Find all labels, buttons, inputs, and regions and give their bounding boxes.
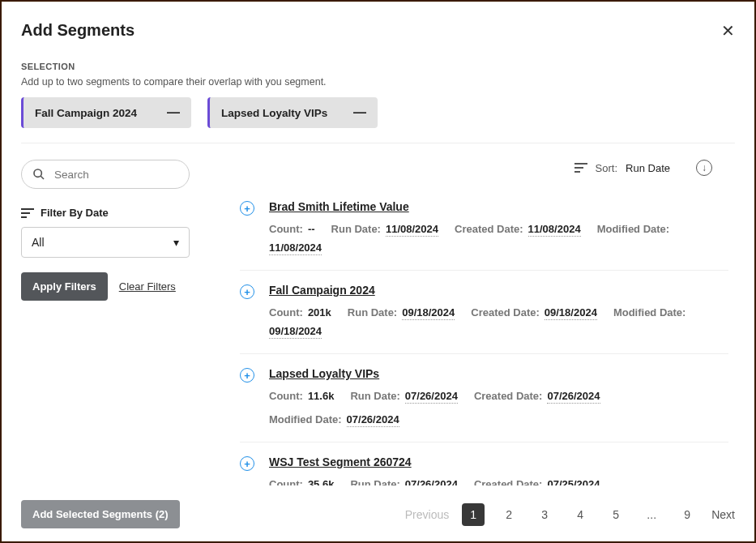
meta-value: 07/26/2024 (347, 413, 399, 427)
segment-name[interactable]: Lapsed Loyalty VIPs (269, 367, 728, 380)
page-number[interactable]: 3 (533, 503, 556, 526)
segment-row: +Brad Smith Lifetime ValueCount:--Run Da… (240, 187, 728, 271)
dialog: Add Segments ✕ SELECTION Add up to two s… (0, 0, 756, 543)
meta-key: Count: (269, 478, 303, 485)
next-button[interactable]: Next (711, 508, 735, 521)
page-number[interactable]: 1 (462, 503, 485, 526)
remove-icon[interactable]: — (167, 105, 180, 120)
pagination: Previous 12345...9Next (405, 503, 735, 526)
chip-lapsed-loyalty[interactable]: Lapsed Loyalty VIPs — (207, 97, 378, 128)
meta-value: 07/26/2024 (405, 390, 458, 404)
meta-key: Modified Date: (597, 223, 670, 235)
meta-key: Created Date: (455, 223, 523, 235)
page-number[interactable]: 9 (676, 503, 698, 526)
add-segment-icon[interactable]: + (240, 368, 254, 383)
sort-direction-toggle[interactable]: ↓ (696, 160, 712, 176)
prev-button[interactable]: Previous (405, 508, 449, 521)
segment-row: +Lapsed Loyalty VIPsCount:11.6kRun Date:… (240, 354, 728, 443)
meta-value: 35.6k (308, 478, 335, 485)
add-segment-icon[interactable]: + (240, 456, 254, 471)
meta-value: 09/18/2024 (545, 306, 597, 320)
meta-value: 07/26/2024 (547, 390, 600, 404)
segment-meta: Count:--Run Date:11/08/2024Created Date:… (269, 223, 728, 255)
filters-panel: Filter By Date All ▾ Apply Filters Clear… (21, 160, 207, 485)
meta-value: 11.6k (308, 390, 335, 403)
meta-key: Count: (269, 223, 303, 235)
meta-key: Count: (269, 306, 303, 319)
meta-value: 09/18/2024 (402, 306, 455, 320)
meta-key: Modified Date: (269, 413, 342, 425)
close-icon[interactable]: ✕ (721, 21, 735, 41)
segment-meta: Count:201kRun Date:09/18/2024Created Dat… (269, 306, 728, 339)
add-selected-button[interactable]: Add Selected Segments (2) (21, 500, 180, 528)
meta-key: Run Date: (331, 223, 381, 235)
results-panel: Sort: Run Date ↓ +Brad Smith Lifetime Va… (207, 160, 735, 485)
filter-actions: Apply Filters Clear Filters (21, 272, 207, 301)
sort-label: Sort: (596, 162, 617, 174)
chevron-down-icon: ▾ (173, 236, 179, 249)
page-ellipsis: ... (640, 503, 663, 526)
meta-value: -- (308, 223, 315, 236)
meta-value: 11/08/2024 (386, 223, 438, 237)
clear-filters-link[interactable]: Clear Filters (119, 280, 176, 293)
remove-icon[interactable]: — (353, 105, 366, 120)
meta-value: 07/26/2024 (405, 478, 458, 485)
body: Filter By Date All ▾ Apply Filters Clear… (21, 160, 735, 485)
sort-row: Sort: Run Date ↓ (240, 160, 735, 176)
search-icon (32, 168, 45, 181)
svg-point-0 (34, 169, 41, 177)
add-segment-icon[interactable]: + (240, 201, 254, 216)
segment-name[interactable]: Fall Campaign 2024 (269, 284, 728, 297)
segment-meta: Count:35.6kRun Date:07/26/2024Created Da… (269, 478, 728, 485)
filter-lines-icon (21, 208, 34, 218)
meta-value: 201k (308, 306, 331, 319)
meta-key: Created Date: (471, 306, 540, 319)
svg-line-1 (41, 176, 44, 179)
segment-row: +WSJ Test Segment 260724Count:35.6kRun D… (240, 443, 728, 485)
segment-name[interactable]: Brad Smith Lifetime Value (269, 200, 728, 213)
search-wrap (21, 160, 207, 189)
meta-value: 11/08/2024 (269, 242, 322, 255)
chip-label: Fall Campaign 2024 (35, 107, 137, 119)
selected-chips: Fall Campaign 2024 — Lapsed Loyalty VIPs… (21, 97, 735, 143)
meta-value: 11/08/2024 (528, 223, 581, 237)
meta-key: Run Date: (348, 306, 397, 319)
segment-row: +Fall Campaign 2024Count:201kRun Date:09… (240, 271, 728, 354)
meta-key: Created Date: (474, 390, 543, 402)
segment-list[interactable]: +Brad Smith Lifetime ValueCount:--Run Da… (240, 187, 735, 485)
meta-key: Count: (269, 390, 303, 402)
selection-sub: Add up to two segments to compare their … (21, 76, 735, 88)
selection-label: SELECTION (21, 62, 735, 71)
dialog-title: Add Segments (21, 21, 135, 40)
segment-name[interactable]: WSJ Test Segment 260724 (269, 455, 728, 468)
footer: Add Selected Segments (2) Previous 12345… (21, 485, 735, 541)
page-number[interactable]: 5 (604, 503, 627, 526)
sort-value[interactable]: Run Date (626, 162, 670, 174)
search-input[interactable] (21, 160, 190, 189)
add-segment-icon[interactable]: + (240, 284, 254, 299)
meta-key: Run Date: (350, 478, 399, 485)
dialog-header: Add Segments ✕ (21, 21, 735, 41)
meta-key: Created Date: (474, 478, 543, 485)
chip-fall-campaign[interactable]: Fall Campaign 2024 — (21, 97, 191, 128)
chip-label: Lapsed Loyalty VIPs (221, 107, 327, 119)
page-number[interactable]: 4 (569, 503, 592, 526)
page-number[interactable]: 2 (498, 503, 520, 526)
sort-lines-icon (574, 163, 587, 173)
segment-meta: Count:11.6kRun Date:07/26/2024Created Da… (269, 390, 728, 427)
meta-value: 09/18/2024 (269, 325, 322, 339)
meta-key: Run Date: (350, 390, 399, 402)
select-value: All (32, 236, 45, 249)
meta-key: Modified Date: (613, 306, 686, 319)
meta-value: 07/25/2024 (547, 478, 600, 485)
apply-filters-button[interactable]: Apply Filters (21, 272, 108, 301)
date-filter-select[interactable]: All ▾ (21, 227, 190, 258)
filter-by-date-label: Filter By Date (21, 207, 207, 219)
